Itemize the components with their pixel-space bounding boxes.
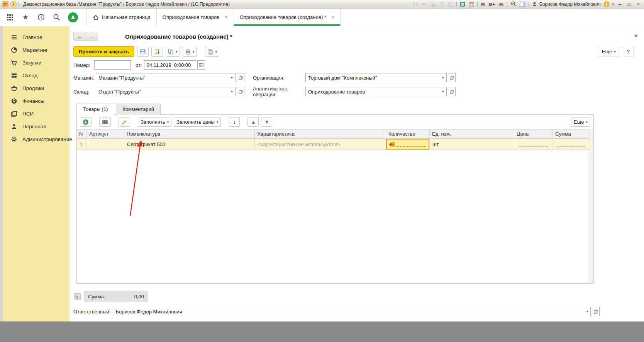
link-icon[interactable] [439,1,445,7]
calendar-icon[interactable] [468,1,475,7]
table-scrollbar[interactable] [590,129,593,283]
save-icon[interactable] [412,1,418,7]
tab-comment[interactable]: Комментарий [116,104,161,115]
totals-icon[interactable] [74,293,81,300]
sidebar-item-nsi[interactable]: НСИ [3,107,69,120]
chevron-down-icon[interactable]: ▾ [229,73,235,82]
expand-rows-button[interactable]: ↕ [229,117,240,127]
tab-close-icon[interactable]: × [332,14,335,20]
table-row[interactable]: 1 Сертификат 500 <характеристики не испо… [77,139,593,150]
preview-icon[interactable] [430,1,436,7]
org-input[interactable]: ▾ [305,73,447,82]
date-input[interactable] [144,60,196,70]
price-input-line[interactable] [519,142,547,146]
favorites-icon[interactable]: ★ [22,14,29,21]
move-down-button[interactable]: ▼ [261,117,272,127]
calculator-icon[interactable] [459,1,466,7]
warehouse-open-button[interactable] [237,87,244,96]
tab-goods[interactable]: Товары (1) [76,104,114,115]
tab-home[interactable]: Начальная страница [86,9,156,26]
sidebar-item-marketing[interactable]: Маркетинг [3,44,69,56]
sidebar-item-purchases[interactable]: Закупки [3,56,69,69]
post-and-close-button[interactable]: Провести и закрыть [73,46,134,57]
sidebar-item-staff[interactable]: Персонал [3,120,69,133]
responsible-open-button[interactable] [592,307,600,316]
minimize-button[interactable]: – [617,2,623,7]
info-caret[interactable]: ▾ [612,2,614,6]
cell-characteristic[interactable]: <характеристики не используются> [255,139,386,150]
quantity-editor[interactable] [386,139,429,150]
notifications-icon[interactable] [68,12,78,22]
add-row-button[interactable] [80,117,92,127]
form-close-icon[interactable]: × [634,32,638,39]
barcode-button[interactable] [99,117,111,127]
tab-document-new[interactable]: Оприходование товаров (создание) * × [234,9,341,26]
date-picker-button[interactable] [197,60,205,70]
warehouse-input[interactable]: ▾ [96,87,236,96]
memory-m-plus-button[interactable]: M+ [488,2,496,7]
create-based-on-button[interactable]: ▾ [166,47,180,57]
store-value[interactable] [96,73,229,82]
org-open-button[interactable] [448,73,456,82]
fill-button[interactable]: Заполнить▾ [138,117,171,127]
chevron-down-icon[interactable]: ▾ [584,307,590,316]
analytics-value[interactable] [306,87,440,96]
chevron-down-icon[interactable]: ▾ [229,87,235,96]
tab-document-list[interactable]: Оприходования товаров × [156,9,234,26]
cell-sum[interactable] [553,139,590,150]
close-button[interactable]: × [635,2,642,7]
reports-menu-button[interactable]: ▾ [205,47,219,57]
copy-page-icon[interactable] [447,1,454,7]
split-view-icon[interactable] [520,1,526,7]
cell-price[interactable] [514,139,553,150]
history-icon[interactable] [37,14,45,21]
sidebar-item-finance[interactable]: Финансы [3,95,69,107]
analytics-open-button[interactable] [448,87,456,96]
store-input[interactable]: ▾ [96,73,236,82]
apps-menu-icon[interactable] [6,14,14,21]
required-marker-icon [389,142,395,147]
table-more-button[interactable]: Еще▾ [571,117,590,127]
store-open-button[interactable] [237,73,244,82]
main-menu-button[interactable]: ▾ [10,1,17,7]
search-icon[interactable] [53,14,60,21]
forward-button[interactable]: → [86,32,98,41]
help-button[interactable]: ? [623,47,634,56]
save-document-button[interactable] [137,47,149,57]
post-document-button[interactable] [151,47,163,57]
cell-n[interactable]: 1 [77,139,87,150]
print-icon[interactable] [421,1,427,7]
price-check-button[interactable] [119,117,130,127]
chevron-down-icon[interactable]: ▾ [440,73,446,82]
responsible-input[interactable]: ▾ [113,307,591,316]
move-up-button[interactable]: ▲ [247,117,259,127]
maximize-button[interactable]: □ [626,2,632,7]
number-input[interactable] [94,60,131,70]
cell-quantity[interactable] [386,139,430,150]
current-user[interactable]: Борисов Федор Михайлович [532,1,601,7]
sidebar-item-main[interactable]: Главное [3,31,69,44]
sidebar-item-warehouse[interactable]: Склад [3,69,69,82]
form-more-button[interactable]: Еще▾ [598,47,620,56]
memory-m-button[interactable]: M [480,2,485,7]
cell-article[interactable] [87,139,124,150]
analytics-input[interactable]: ▾ [305,87,447,96]
warehouse-value[interactable] [96,87,229,96]
chevron-down-icon[interactable]: ▾ [440,87,446,96]
cell-unit[interactable]: шт [430,139,514,150]
org-value[interactable] [306,73,440,82]
fill-prices-button[interactable]: Заполнить цены▾ [174,117,221,127]
quantity-input-line[interactable] [397,143,426,147]
print-menu-button[interactable]: ▾ [183,47,197,57]
responsible-value[interactable] [113,307,584,316]
sidebar-item-sales[interactable]: Продажи [3,82,69,95]
zoom-icon[interactable] [511,1,517,7]
date-value[interactable] [144,61,217,69]
info-icon[interactable] [603,1,610,7]
memory-m-minus-button[interactable]: M- [498,2,505,7]
tab-close-icon[interactable]: × [225,14,228,20]
sidebar-item-administration[interactable]: Администрирование [3,133,69,146]
back-button[interactable]: ← [74,32,86,41]
sum-input-line[interactable] [558,142,585,146]
cell-nomenclature[interactable]: Сертификат 500 [124,139,255,150]
